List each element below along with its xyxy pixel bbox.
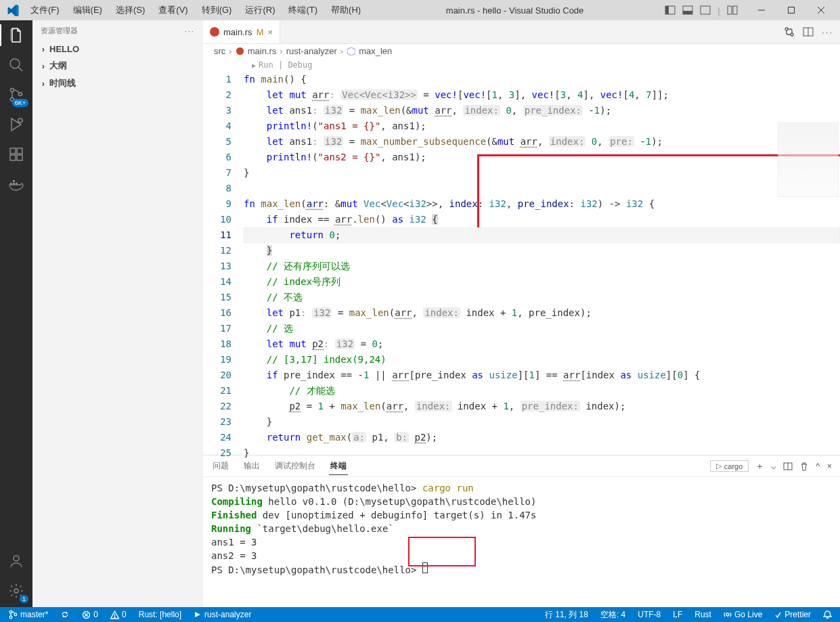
status-rust-project[interactable]: Rust: [hello] [136, 610, 184, 619]
panel: 问题 输出 调试控制台 终端 ▷cargo ＋ ⌵ ^ × PS D:\myse… [203, 455, 840, 607]
window-maximize-button[interactable] [776, 0, 806, 20]
status-prettier[interactable]: Prettier [772, 610, 814, 619]
menu-bar: 文件(F) 编辑(E) 选择(S) 查看(V) 转到(G) 运行(R) 终端(T… [24, 3, 367, 18]
tab-close-icon[interactable]: × [267, 27, 273, 37]
terminal-kill-icon[interactable] [799, 462, 809, 471]
code-editor[interactable]: 12345 678910 1112131415 1617181920 21222… [203, 58, 840, 455]
status-language[interactable]: Rust [692, 610, 714, 619]
terminal-maximize-icon[interactable]: ^ [816, 461, 820, 471]
activity-account-icon[interactable] [5, 550, 27, 572]
activity-search-icon[interactable] [5, 54, 27, 76]
highlight-box-terminal [408, 537, 476, 567]
svg-rect-8 [789, 7, 795, 14]
status-rust-analyzer[interactable]: rust-analyzer [191, 610, 254, 619]
line-number-gutter: 12345 678910 1112131415 1617181920 21222… [203, 58, 244, 455]
svg-point-16 [18, 118, 22, 123]
svg-point-11 [10, 59, 20, 68]
menu-selection[interactable]: 选择(S) [110, 3, 151, 18]
layout-bottom-icon[interactable] [680, 3, 695, 18]
terminal-new-icon[interactable]: ＋ [755, 460, 764, 472]
activity-run-debug-icon[interactable] [5, 114, 27, 135]
activity-bar: 6K+ 1 [0, 20, 32, 607]
editor-tab-main-rs[interactable]: main.rs M × [203, 20, 280, 43]
sidebar: 资源管理器 ··· ›HELLO ›大纲 ›时间线 [32, 20, 203, 607]
svg-point-41 [726, 613, 729, 616]
title-bar: 文件(F) 编辑(E) 选择(S) 查看(V) 转到(G) 运行(R) 终端(T… [0, 0, 840, 20]
activity-explorer-icon[interactable] [5, 24, 27, 46]
activity-extensions-icon[interactable] [5, 143, 27, 165]
vscode-logo-icon [7, 4, 19, 16]
svg-point-25 [14, 556, 19, 561]
codelens-run-debug[interactable]: ▶Run | Debug [244, 58, 840, 72]
svg-rect-5 [728, 6, 732, 14]
editor-tab-bar: main.rs M × ··· [203, 20, 840, 44]
status-branch[interactable]: master* [5, 610, 51, 619]
svg-point-28 [791, 33, 793, 36]
svg-line-12 [18, 67, 22, 71]
layout-right-icon[interactable] [698, 3, 713, 18]
menu-edit[interactable]: 编辑(E) [67, 3, 108, 18]
svg-point-15 [19, 93, 22, 96]
layout-customize-icon[interactable] [725, 3, 740, 18]
svg-point-40 [114, 617, 115, 617]
svg-point-26 [14, 589, 18, 593]
status-encoding[interactable]: UTF-8 [635, 610, 663, 619]
svg-rect-1 [665, 6, 669, 14]
more-actions-icon[interactable]: ··· [822, 27, 833, 37]
activity-source-control-icon[interactable]: 6K+ [5, 84, 27, 106]
svg-rect-24 [13, 180, 15, 182]
breadcrumb-ra[interactable]: rust-analyzer [286, 46, 337, 56]
svg-rect-19 [10, 155, 16, 160]
status-errors[interactable]: 0 [79, 610, 101, 619]
breadcrumb-file[interactable]: main.rs [248, 46, 277, 56]
menu-go[interactable]: 转到(G) [196, 3, 238, 18]
window-close-button[interactable] [806, 0, 836, 20]
activity-settings-icon[interactable]: 1 [5, 580, 27, 602]
window-title: main.rs - hello - Visual Studio Code [367, 5, 663, 16]
status-sync[interactable] [58, 610, 72, 619]
status-notifications-icon[interactable] [820, 610, 835, 619]
menu-file[interactable]: 文件(F) [24, 3, 66, 18]
settings-badge: 1 [20, 595, 28, 603]
svg-point-27 [785, 28, 788, 30]
rust-file-icon [210, 27, 219, 37]
svg-rect-3 [683, 11, 692, 14]
sidebar-section-timeline[interactable]: ›时间线 [32, 76, 203, 91]
breadcrumb-src[interactable]: src [214, 46, 225, 56]
svg-rect-4 [701, 6, 710, 14]
sidebar-section-hello[interactable]: ›HELLO [32, 43, 203, 55]
terminal-split-icon[interactable] [783, 462, 793, 471]
rust-file-icon [236, 47, 244, 55]
sidebar-more-icon[interactable]: ··· [185, 27, 195, 35]
sidebar-title-label: 资源管理器 [41, 26, 78, 36]
compare-changes-icon[interactable] [784, 26, 795, 37]
menu-terminal[interactable]: 终端(T) [282, 3, 324, 18]
layout-divider: | [715, 3, 722, 18]
menu-run[interactable]: 运行(R) [239, 3, 281, 18]
svg-rect-20 [17, 155, 22, 160]
layout-left-icon[interactable] [663, 3, 678, 18]
split-editor-icon[interactable] [803, 26, 814, 37]
svg-rect-17 [10, 148, 16, 154]
status-eol[interactable]: LF [670, 610, 685, 619]
sidebar-section-outline[interactable]: ›大纲 [32, 58, 203, 73]
terminal[interactable]: PS D:\mysetup\gopath\rustcode\hello> car… [203, 477, 840, 607]
status-go-live[interactable]: Go Live [721, 610, 765, 619]
svg-point-13 [11, 89, 14, 92]
terminal-profile-cargo[interactable]: ▷cargo [710, 460, 749, 472]
status-line-col[interactable]: 行 11, 列 18 [542, 609, 591, 621]
symbol-function-icon [347, 47, 355, 55]
breadcrumb-symbol[interactable]: max_len [359, 46, 392, 56]
status-warnings[interactable]: 0 [108, 610, 129, 619]
panel-close-icon[interactable]: × [826, 461, 832, 471]
window-minimize-button[interactable] [747, 0, 776, 20]
breadcrumbs[interactable]: src › main.rs › rust-analyzer › max_len [203, 44, 840, 58]
svg-point-33 [9, 610, 12, 613]
menu-view[interactable]: 查看(V) [152, 3, 194, 18]
menu-help[interactable]: 帮助(H) [325, 3, 367, 18]
editor-area: main.rs M × ··· src › main.rs › rust-ana… [203, 20, 840, 607]
activity-docker-icon[interactable] [5, 173, 27, 195]
terminal-dropdown-icon[interactable]: ⌵ [771, 461, 776, 471]
status-spaces[interactable]: 空格: 4 [598, 609, 628, 621]
sidebar-title: 资源管理器 ··· [32, 20, 203, 41]
